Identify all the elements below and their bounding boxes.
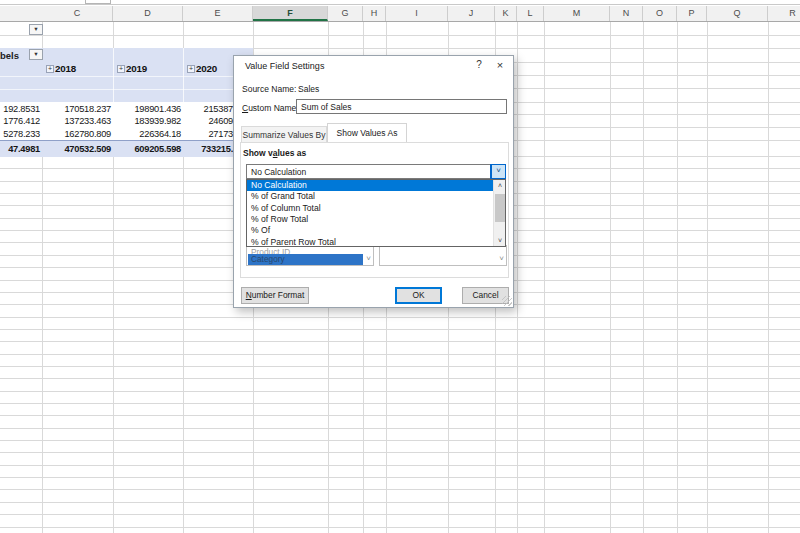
column-header-C[interactable]: C	[42, 6, 113, 21]
scrollbar-thumb[interactable]	[495, 194, 505, 222]
base-field-combobox: Product ID Category ˅	[246, 245, 374, 266]
custom-name-label: Custom Name:	[242, 103, 299, 113]
column-header-N[interactable]: N	[610, 6, 643, 21]
year-label: 2019	[126, 63, 147, 74]
column-header-O[interactable]: O	[643, 6, 677, 21]
column-header-E[interactable]: E	[183, 6, 253, 21]
total-d: 609205.598	[134, 144, 181, 154]
row-labels-fragment: bels	[0, 50, 19, 61]
source-name-value: Sales	[298, 84, 319, 94]
expand-icon[interactable]: +	[117, 65, 125, 73]
base-field-selected-item: Category	[248, 254, 363, 265]
column-header-G[interactable]: G	[328, 6, 363, 21]
option-pct-row-total[interactable]: % of Row Total	[247, 214, 494, 225]
cell-b: 1776.412	[3, 116, 40, 126]
column-header-M[interactable]: M	[544, 6, 610, 21]
table-row: 5278.233 162780.809 226364.18 27173	[0, 129, 253, 141]
year-label: 2018	[55, 63, 76, 74]
gridline	[0, 76, 253, 77]
expand-icon[interactable]: +	[46, 65, 54, 73]
pivot-grand-total-row: 47.4981 470532.509 609205.598 733215.	[0, 140, 253, 157]
column-header-H[interactable]: H	[363, 6, 386, 21]
option-pct-column-total[interactable]: % of Column Total	[247, 203, 494, 214]
chevron-down-icon: ˅	[366, 254, 371, 263]
resize-grip-icon[interactable]	[502, 296, 512, 306]
column-header-I[interactable]: I	[386, 6, 448, 21]
pivot-data-area[interactable]: 192.8531 170518.237 198901.436 215387 17…	[0, 102, 253, 140]
filter-dropdown-button[interactable]: ▼	[29, 24, 43, 35]
option-pct-grand-total[interactable]: % of Grand Total	[247, 191, 494, 202]
dialog-title: Value Field Settings	[245, 61, 324, 71]
formula-bar-edge	[0, 0, 800, 5]
column-header-D[interactable]: D	[113, 6, 183, 21]
option-pct-of[interactable]: % Of	[247, 225, 494, 236]
value-field-settings-dialog: Value Field Settings ? × Source Name: Sa…	[233, 55, 514, 308]
cell-d: 198901.436	[134, 104, 181, 114]
close-icon[interactable]: ×	[491, 58, 509, 73]
column-header-J[interactable]: J	[448, 6, 495, 21]
cell-e: 24609	[208, 116, 233, 126]
tab-summarize-values-by[interactable]: Summarize Values By	[241, 126, 327, 142]
excel-sheet: C D E F G H I J K L M N O P Q R ▼	[0, 0, 800, 533]
column-header-R[interactable]: R	[768, 6, 800, 21]
cell-d: 183939.982	[134, 116, 181, 126]
option-pct-parent-row-total[interactable]: % of Parent Row Total	[247, 237, 494, 248]
chevron-down-icon[interactable]: ˅	[491, 165, 505, 178]
column-header-K[interactable]: K	[495, 6, 517, 21]
gridline	[0, 89, 253, 90]
year-label: 2020	[196, 63, 217, 74]
custom-name-input[interactable]: Sum of Sales	[296, 99, 507, 114]
cell-e: 215387	[203, 104, 233, 114]
number-format-button[interactable]: Number Format	[241, 287, 309, 304]
base-item-combobox: ˅	[379, 245, 507, 266]
cell-c: 170518.237	[64, 104, 111, 114]
expand-icon[interactable]: +	[187, 65, 195, 73]
name-box-fragment	[85, 0, 111, 4]
column-header-Q[interactable]: Q	[707, 6, 768, 21]
cell-c: 137233.463	[64, 116, 111, 126]
gridline	[0, 35, 800, 36]
cell-d: 226364.18	[139, 129, 181, 139]
combobox-value: No Calculation	[251, 167, 306, 177]
filter-icon: ▼	[33, 26, 38, 32]
show-values-as-combobox[interactable]: No Calculation ˅	[246, 164, 506, 179]
pivot-year-header-2020[interactable]: +2020	[187, 63, 217, 74]
dropdown-scrollbar[interactable]: ˄ ˅	[493, 180, 505, 246]
column-header-F-selected[interactable]: F	[253, 6, 328, 21]
total-c: 470532.509	[64, 144, 111, 154]
show-values-as-label: Show values as	[243, 148, 306, 158]
filter-icon: ▼	[33, 51, 38, 57]
column-header-P[interactable]: P	[677, 6, 707, 21]
table-row: 1776.412 137233.463 183939.982 24609	[0, 116, 253, 128]
row-labels-filter-button[interactable]: ▼	[29, 49, 43, 60]
source-name-label: Source Name:	[242, 84, 296, 94]
tab-show-values-as[interactable]: Show Values As	[327, 123, 407, 142]
cell-c: 162780.809	[64, 129, 111, 139]
pivot-year-header-2019[interactable]: +2019	[117, 63, 147, 74]
table-row: 192.8531 170518.237 198901.436 215387	[0, 104, 253, 116]
column-header-L[interactable]: L	[517, 6, 544, 21]
cell-b: 192.8531	[3, 104, 40, 114]
total-e: 733215.	[201, 144, 233, 154]
scroll-down-icon[interactable]: ˅	[494, 235, 506, 246]
chevron-down-icon: ˅	[499, 254, 504, 263]
scroll-up-icon[interactable]: ˄	[494, 180, 506, 191]
show-values-as-dropdown-list: No Calculation % of Grand Total % of Col…	[246, 179, 506, 247]
cell-b: 5278.233	[3, 129, 40, 139]
help-icon[interactable]: ?	[471, 59, 487, 73]
ok-button[interactable]: OK	[395, 287, 442, 304]
cell-e: 27173	[208, 129, 233, 139]
pivot-year-header-2018[interactable]: +2018	[46, 63, 76, 74]
total-b: 47.4981	[8, 144, 40, 154]
option-no-calculation[interactable]: No Calculation	[247, 180, 494, 191]
column-header-row: C D E F G H I J K L M N O P Q R	[0, 6, 800, 22]
